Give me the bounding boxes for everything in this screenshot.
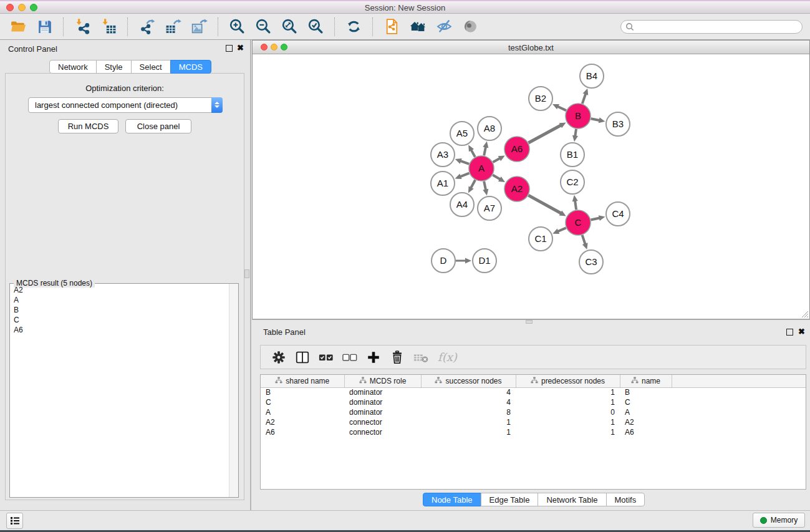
cell-successor-nodes[interactable]: 8 bbox=[421, 407, 516, 417]
column-header-name[interactable]: name bbox=[620, 375, 672, 387]
home-pages-icon[interactable] bbox=[409, 18, 427, 36]
cell-successor-nodes[interactable]: 1 bbox=[421, 427, 516, 437]
node-C1[interactable]: C1 bbox=[529, 227, 552, 251]
cell-predecessor-nodes[interactable]: 1 bbox=[516, 427, 620, 437]
cell-shared-name[interactable]: A6 bbox=[261, 427, 344, 437]
window-resize-grip[interactable] bbox=[800, 309, 809, 318]
result-scrollbar[interactable] bbox=[229, 284, 238, 497]
node-A[interactable]: A bbox=[469, 156, 494, 181]
cell-mcds-role[interactable]: connector bbox=[344, 417, 421, 427]
table-row[interactable]: A6connector11A6 bbox=[261, 427, 806, 437]
edge-B-B4[interactable] bbox=[582, 89, 588, 104]
column-header-shared-name[interactable]: shared name bbox=[261, 375, 344, 387]
export-network-icon[interactable] bbox=[138, 18, 155, 36]
cell-successor-nodes[interactable]: 4 bbox=[421, 387, 516, 397]
control-panel-close-icon[interactable]: ✖ bbox=[237, 43, 244, 53]
cell-predecessor-nodes[interactable]: 1 bbox=[516, 417, 620, 427]
show-graphics-details-icon[interactable] bbox=[461, 18, 479, 36]
cell-name[interactable]: A6 bbox=[620, 427, 672, 437]
delete-columns-trash-icon[interactable] bbox=[388, 349, 406, 365]
vertical-split-divider[interactable] bbox=[250, 40, 251, 510]
mcds-result-item-b[interactable]: B bbox=[10, 305, 229, 315]
cell-successor-nodes[interactable]: 4 bbox=[421, 397, 516, 407]
node-B4[interactable]: B4 bbox=[580, 64, 604, 88]
edge-D-D1[interactable] bbox=[456, 258, 471, 263]
cell-predecessor-nodes[interactable]: 0 bbox=[516, 407, 620, 417]
export-table-icon[interactable] bbox=[164, 18, 181, 36]
table-row[interactable]: Cdominator41C bbox=[261, 397, 806, 407]
refresh-layout-icon[interactable] bbox=[345, 18, 362, 36]
edge-B-B1[interactable] bbox=[572, 129, 578, 142]
split-table-view-icon[interactable] bbox=[294, 349, 311, 365]
cell-shared-name[interactable]: A bbox=[261, 407, 344, 417]
search-input[interactable] bbox=[620, 20, 803, 34]
edge-A6-B[interactable] bbox=[528, 122, 566, 143]
cell-mcds-role[interactable]: dominator bbox=[344, 387, 421, 397]
cell-shared-name[interactable]: B bbox=[261, 387, 344, 397]
column-header-successor-nodes[interactable]: successor nodes bbox=[421, 375, 516, 387]
column-header-mcds-role[interactable]: MCDS role bbox=[344, 375, 421, 387]
mcds-result-item-a[interactable]: A bbox=[10, 295, 229, 305]
cell-name[interactable]: C bbox=[620, 397, 672, 407]
tab-network[interactable]: Network bbox=[49, 60, 97, 74]
network-canvas[interactable]: B4B2BB3A5A8A6A3B1AA1C2A2A4A7C4CC1C3DD1 bbox=[253, 54, 809, 319]
edge-A-A1[interactable] bbox=[455, 173, 470, 180]
node-B2[interactable]: B2 bbox=[529, 87, 552, 110]
cell-mcds-role[interactable]: connector bbox=[344, 427, 421, 437]
open-session-icon[interactable] bbox=[9, 18, 27, 36]
edge-C-C1[interactable] bbox=[552, 228, 566, 234]
node-A5[interactable]: A5 bbox=[450, 122, 474, 145]
edge-B-B2[interactable] bbox=[552, 104, 566, 110]
zoom-fit-icon[interactable] bbox=[281, 18, 298, 36]
mcds-result-item-a6[interactable]: A6 bbox=[10, 325, 229, 335]
control-panel-float-icon[interactable] bbox=[226, 45, 233, 52]
hide-graphics-details-icon[interactable] bbox=[435, 18, 453, 36]
table-settings-gear-icon[interactable] bbox=[270, 349, 287, 365]
add-column-icon[interactable] bbox=[365, 349, 382, 365]
edge-A-A7[interactable] bbox=[483, 181, 488, 196]
network-graph[interactable]: B4B2BB3A5A8A6A3B1AA1C2A2A4A7C4CC1C3DD1 bbox=[253, 54, 809, 319]
cell-successor-nodes[interactable]: 1 bbox=[421, 417, 516, 427]
table-row[interactable]: Bdominator41B bbox=[261, 387, 806, 397]
node-A1[interactable]: A1 bbox=[431, 172, 455, 195]
node-C[interactable]: C bbox=[566, 210, 591, 235]
cell-shared-name[interactable]: C bbox=[261, 397, 344, 407]
criterion-select[interactable]: largest connected component (directed) bbox=[28, 97, 223, 113]
tab-mcds[interactable]: MCDS bbox=[170, 60, 211, 74]
zoom-selected-icon[interactable] bbox=[307, 18, 324, 36]
cell-predecessor-nodes[interactable]: 1 bbox=[516, 387, 620, 397]
node-A8[interactable]: A8 bbox=[478, 117, 501, 140]
tab-style[interactable]: Style bbox=[96, 60, 132, 74]
tab-edge-table[interactable]: Edge Table bbox=[481, 493, 539, 506]
table-row[interactable]: Adominator80A bbox=[261, 407, 806, 417]
cell-name[interactable]: B bbox=[620, 387, 672, 397]
node-C3[interactable]: C3 bbox=[579, 250, 603, 274]
cell-predecessor-nodes[interactable]: 1 bbox=[516, 397, 620, 407]
cell-name[interactable]: A2 bbox=[620, 417, 672, 427]
network-overview-document-icon[interactable] bbox=[383, 18, 400, 36]
node-A3[interactable]: A3 bbox=[431, 143, 455, 167]
edge-B-B3[interactable] bbox=[591, 117, 605, 123]
zoom-in-icon[interactable] bbox=[228, 18, 246, 36]
edge-A-A3[interactable] bbox=[455, 158, 469, 164]
run-mcds-button[interactable]: Run MCDS bbox=[58, 119, 118, 133]
node-A7[interactable]: A7 bbox=[478, 196, 501, 220]
mcds-result-item-a2[interactable]: A2 bbox=[10, 285, 229, 295]
edge-A2-C[interactable] bbox=[528, 195, 566, 216]
edge-A-A5[interactable] bbox=[468, 145, 475, 157]
edge-A-A8[interactable] bbox=[483, 142, 488, 156]
cell-mcds-role[interactable]: dominator bbox=[344, 407, 421, 417]
close-panel-button[interactable]: Close panel bbox=[125, 119, 191, 133]
node-B[interactable]: B bbox=[566, 104, 591, 128]
node-C2[interactable]: C2 bbox=[561, 170, 584, 194]
node-B3[interactable]: B3 bbox=[606, 112, 630, 136]
export-image-icon[interactable] bbox=[190, 18, 208, 36]
memory-button[interactable]: Memory bbox=[753, 513, 805, 528]
node-A6[interactable]: A6 bbox=[504, 137, 529, 162]
vertical-split-handle[interactable] bbox=[244, 269, 249, 278]
task-history-button[interactable] bbox=[6, 513, 23, 529]
edge-C-C4[interactable] bbox=[591, 215, 605, 221]
node-D[interactable]: D bbox=[432, 249, 455, 273]
node-B1[interactable]: B1 bbox=[561, 143, 584, 167]
deselect-all-rows-icon[interactable] bbox=[341, 349, 359, 365]
